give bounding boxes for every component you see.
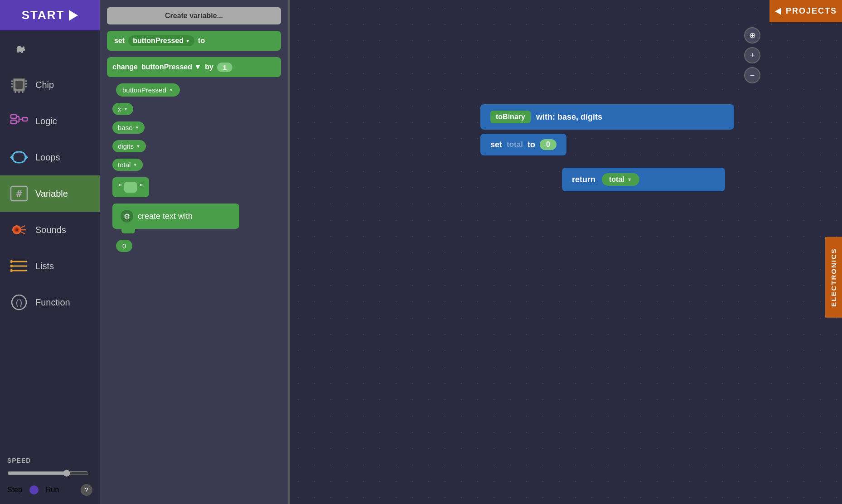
svg-rect-12 xyxy=(11,120,16,124)
sidebar-item-function[interactable]: () Function xyxy=(0,284,100,320)
x-pill[interactable]: x ▼ xyxy=(112,103,133,115)
step-dot[interactable] xyxy=(29,485,39,494)
target-button[interactable]: ⊕ xyxy=(744,27,760,44)
logic-icon xyxy=(9,111,29,131)
loops-label: Loops xyxy=(35,152,60,163)
chip-label: Chip xyxy=(35,80,54,90)
svg-text:(): () xyxy=(16,297,22,308)
svg-line-25 xyxy=(21,226,25,228)
step-label: Step xyxy=(7,486,22,494)
sidebar-item-variable[interactable]: # Variable xyxy=(0,175,100,212)
create-text-tab xyxy=(121,229,135,233)
lists-icon xyxy=(9,256,29,276)
variable-icon: # xyxy=(9,184,29,204)
svg-text:#: # xyxy=(16,188,22,199)
tobinary-tag: toBinary xyxy=(490,111,531,123)
gear-icon-area xyxy=(9,39,29,58)
svg-point-33 xyxy=(10,269,13,272)
buttonpressed-pill[interactable]: buttonPressed ▼ xyxy=(116,83,180,97)
change-block[interactable]: change buttonPressed ▼ by 1 xyxy=(107,57,281,77)
blocks-panel: Create variable... set buttonPressed ▼ t… xyxy=(100,0,290,504)
set-total-var: total xyxy=(507,140,523,149)
change-var-name: buttonPressed ▼ xyxy=(141,63,201,71)
set-total-canvas-block[interactable]: set total to 0 xyxy=(480,134,566,155)
run-label: Run xyxy=(46,486,59,494)
svg-point-31 xyxy=(10,260,13,263)
canvas-area[interactable]: PROJECTS ⊕ + − toBinary with: base, digi… xyxy=(290,0,842,504)
return-canvas-block[interactable]: return total ▼ xyxy=(562,168,725,191)
start-label: START xyxy=(22,8,65,22)
svg-rect-1 xyxy=(15,81,23,89)
canvas-controls: ⊕ + − xyxy=(744,27,760,83)
digits-pill[interactable]: digits ▼ xyxy=(112,140,146,152)
set-keyword: set xyxy=(114,37,125,45)
create-variable-button[interactable]: Create variable... xyxy=(107,7,281,24)
sidebar-items: Chip Logic xyxy=(0,30,100,451)
step-run-row: Step Run ? xyxy=(0,481,100,504)
sounds-icon xyxy=(9,220,29,240)
projects-tab[interactable]: PROJECTS xyxy=(769,0,842,22)
svg-point-24 xyxy=(15,228,18,231)
speed-section: SPEED xyxy=(0,451,100,468)
svg-rect-11 xyxy=(11,115,16,118)
sidebar-item-loops[interactable]: Loops xyxy=(0,139,100,175)
speed-slider-row xyxy=(0,468,100,481)
projects-label: PROJECTS xyxy=(786,6,837,16)
sidebar: START xyxy=(0,0,100,504)
string-block[interactable]: " " xyxy=(112,177,149,197)
lists-label: Lists xyxy=(35,261,54,271)
function-label: Function xyxy=(35,297,70,308)
tobinary-canvas-block[interactable]: toBinary with: base, digits xyxy=(480,104,734,130)
electronics-tab[interactable]: ELECTRONICS xyxy=(825,237,842,318)
create-text-gear-icon: ⚙ xyxy=(121,210,133,223)
logic-label: Logic xyxy=(35,116,57,126)
gear-icon xyxy=(11,40,27,57)
play-icon xyxy=(69,10,78,21)
return-inner: return total ▼ xyxy=(562,168,725,191)
set-total-val: 0 xyxy=(540,139,556,150)
chip-icon xyxy=(9,75,29,95)
create-text-block[interactable]: ⚙ create text with xyxy=(112,204,239,229)
sidebar-item-lists[interactable]: Lists xyxy=(0,248,100,284)
sidebar-item-sounds[interactable]: Sounds xyxy=(0,212,100,248)
set-block[interactable]: set buttonPressed ▼ to xyxy=(107,31,281,51)
tobinary-block-inner: toBinary with: base, digits xyxy=(480,104,734,130)
variable-label: Variable xyxy=(35,189,68,199)
base-pill[interactable]: base ▼ xyxy=(112,121,145,134)
chip-svg xyxy=(10,77,29,93)
svg-line-27 xyxy=(21,232,25,234)
sidebar-item-chip[interactable]: Chip xyxy=(0,67,100,103)
create-text-label: create text with xyxy=(138,212,193,221)
zoom-in-button[interactable]: + xyxy=(744,47,760,63)
set-total-inner: set total to 0 xyxy=(480,134,566,155)
loops-icon xyxy=(9,147,29,167)
return-keyword: return xyxy=(572,175,595,184)
function-icon: () xyxy=(9,292,29,312)
create-variable-label: Create variable... xyxy=(165,12,223,19)
sidebar-item-logic[interactable]: Logic xyxy=(0,103,100,139)
sidebar-item-settings[interactable] xyxy=(0,30,100,67)
projects-arrow-icon xyxy=(775,8,781,15)
zoom-out-button[interactable]: − xyxy=(744,67,760,83)
svg-rect-17 xyxy=(23,117,27,121)
tobinary-suffix: with: base, digits xyxy=(536,112,602,122)
speed-slider[interactable] xyxy=(7,470,89,477)
sounds-label: Sounds xyxy=(35,225,66,235)
return-var: total ▼ xyxy=(602,173,639,186)
set-var-name: buttonPressed ▼ xyxy=(128,35,194,46)
start-button[interactable]: START xyxy=(0,0,100,30)
zero-block[interactable]: 0 xyxy=(116,240,132,252)
change-num: 1 xyxy=(217,63,232,72)
speed-label: SPEED xyxy=(7,457,31,464)
string-inner xyxy=(124,182,137,193)
help-button[interactable]: ? xyxy=(81,484,92,496)
svg-point-32 xyxy=(10,265,13,267)
svg-marker-19 xyxy=(10,155,13,160)
total-pill[interactable]: total ▼ xyxy=(112,159,143,171)
